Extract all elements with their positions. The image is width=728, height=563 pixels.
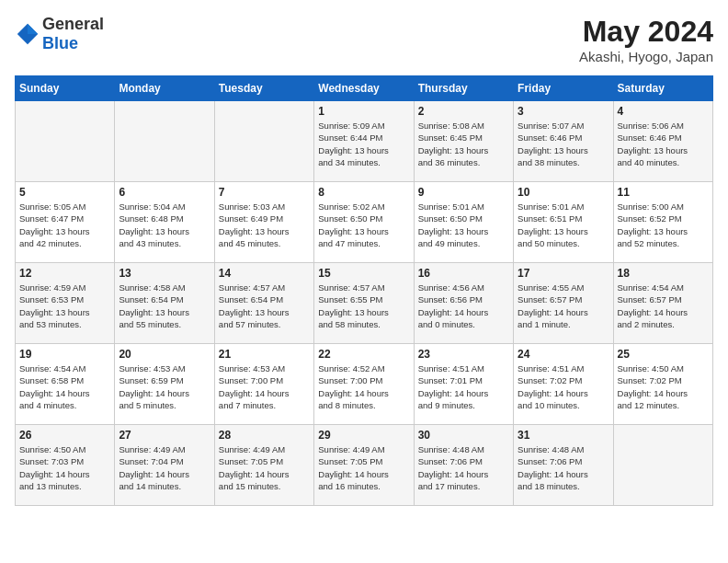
- day-number: 26: [19, 429, 110, 442]
- day-info: Sunrise: 4:51 AM Sunset: 7:01 PM Dayligh…: [418, 362, 509, 411]
- day-info: Sunrise: 5:09 AM Sunset: 6:44 PM Dayligh…: [318, 120, 409, 168]
- calendar-day-cell: 28Sunrise: 4:49 AM Sunset: 7:05 PM Dayli…: [214, 425, 313, 506]
- calendar-day-cell: 9Sunrise: 5:01 AM Sunset: 6:50 PM Daylig…: [414, 182, 513, 263]
- calendar-day-cell: 17Sunrise: 4:55 AM Sunset: 6:57 PM Dayli…: [514, 263, 613, 344]
- calendar-day-cell: 27Sunrise: 4:49 AM Sunset: 7:04 PM Dayli…: [115, 425, 214, 506]
- day-info: Sunrise: 5:02 AM Sunset: 6:50 PM Dayligh…: [318, 201, 409, 249]
- calendar-body: 1Sunrise: 5:09 AM Sunset: 6:44 PM Daylig…: [16, 101, 713, 506]
- calendar-day-cell: 21Sunrise: 4:53 AM Sunset: 7:00 PM Dayli…: [214, 344, 313, 425]
- day-number: 25: [618, 348, 709, 361]
- weekday-header-sunday: Sunday: [16, 76, 115, 101]
- calendar-week-row: 12Sunrise: 4:59 AM Sunset: 6:53 PM Dayli…: [16, 263, 713, 344]
- calendar-day-cell: 24Sunrise: 4:51 AM Sunset: 7:02 PM Dayli…: [514, 344, 613, 425]
- weekday-header-friday: Friday: [514, 76, 613, 101]
- calendar-day-cell: 4Sunrise: 5:06 AM Sunset: 6:46 PM Daylig…: [613, 101, 712, 182]
- day-info: Sunrise: 4:58 AM Sunset: 6:54 PM Dayligh…: [119, 282, 210, 330]
- day-number: 8: [318, 186, 409, 199]
- calendar-day-cell: 12Sunrise: 4:59 AM Sunset: 6:53 PM Dayli…: [16, 263, 115, 344]
- day-info: Sunrise: 4:52 AM Sunset: 7:00 PM Dayligh…: [318, 362, 409, 411]
- calendar-day-cell: 31Sunrise: 4:48 AM Sunset: 7:06 PM Dayli…: [514, 425, 613, 506]
- day-info: Sunrise: 4:49 AM Sunset: 7:04 PM Dayligh…: [119, 443, 210, 492]
- day-number: 13: [119, 267, 210, 280]
- location-title: Akashi, Hyogo, Japan: [579, 49, 713, 64]
- weekday-header-wednesday: Wednesday: [314, 76, 414, 101]
- calendar-day-cell: 14Sunrise: 4:57 AM Sunset: 6:54 PM Dayli…: [214, 263, 313, 344]
- calendar-day-cell: 11Sunrise: 5:00 AM Sunset: 6:52 PM Dayli…: [613, 182, 712, 263]
- day-info: Sunrise: 4:56 AM Sunset: 6:56 PM Dayligh…: [418, 282, 509, 330]
- calendar-day-cell: 13Sunrise: 4:58 AM Sunset: 6:54 PM Dayli…: [115, 263, 214, 344]
- calendar-day-cell: 19Sunrise: 4:54 AM Sunset: 6:58 PM Dayli…: [16, 344, 115, 425]
- day-number: 17: [518, 267, 609, 280]
- day-number: 2: [418, 105, 509, 118]
- calendar-day-cell: 22Sunrise: 4:52 AM Sunset: 7:00 PM Dayli…: [314, 344, 414, 425]
- day-number: 15: [318, 267, 409, 280]
- day-number: 20: [119, 348, 210, 361]
- calendar-day-cell: 30Sunrise: 4:48 AM Sunset: 7:06 PM Dayli…: [414, 425, 513, 506]
- day-info: Sunrise: 4:53 AM Sunset: 6:59 PM Dayligh…: [119, 362, 210, 411]
- calendar-day-cell: 20Sunrise: 4:53 AM Sunset: 6:59 PM Dayli…: [115, 344, 214, 425]
- day-number: 14: [219, 267, 310, 280]
- day-info: Sunrise: 5:07 AM Sunset: 6:46 PM Dayligh…: [518, 120, 609, 168]
- logo-general: General: [42, 15, 104, 33]
- logo-blue: Blue: [42, 34, 78, 52]
- calendar-day-cell: 3Sunrise: 5:07 AM Sunset: 6:46 PM Daylig…: [514, 101, 613, 182]
- calendar-day-cell: 7Sunrise: 5:03 AM Sunset: 6:49 PM Daylig…: [214, 182, 313, 263]
- day-number: 21: [219, 348, 310, 361]
- day-info: Sunrise: 4:49 AM Sunset: 7:05 PM Dayligh…: [318, 443, 409, 492]
- weekday-header-monday: Monday: [115, 76, 214, 101]
- month-title: May 2024: [579, 15, 713, 49]
- day-number: 29: [318, 429, 409, 442]
- calendar-day-cell: 16Sunrise: 4:56 AM Sunset: 6:56 PM Dayli…: [414, 263, 513, 344]
- day-number: 10: [518, 186, 609, 199]
- day-number: 4: [618, 105, 709, 118]
- day-number: 3: [518, 105, 609, 118]
- day-info: Sunrise: 4:50 AM Sunset: 7:02 PM Dayligh…: [618, 362, 709, 411]
- day-info: Sunrise: 5:04 AM Sunset: 6:48 PM Dayligh…: [119, 201, 210, 249]
- calendar-day-cell: 29Sunrise: 4:49 AM Sunset: 7:05 PM Dayli…: [314, 425, 414, 506]
- day-info: Sunrise: 4:48 AM Sunset: 7:06 PM Dayligh…: [518, 443, 609, 492]
- calendar-day-cell: [613, 425, 712, 506]
- calendar-day-cell: 23Sunrise: 4:51 AM Sunset: 7:01 PM Dayli…: [414, 344, 513, 425]
- day-info: Sunrise: 4:49 AM Sunset: 7:05 PM Dayligh…: [219, 443, 310, 492]
- day-info: Sunrise: 5:05 AM Sunset: 6:47 PM Dayligh…: [19, 201, 110, 249]
- weekday-header-row: SundayMondayTuesdayWednesdayThursdayFrid…: [16, 76, 713, 101]
- day-info: Sunrise: 4:53 AM Sunset: 7:00 PM Dayligh…: [219, 362, 310, 411]
- day-info: Sunrise: 4:59 AM Sunset: 6:53 PM Dayligh…: [19, 282, 110, 330]
- day-number: 19: [19, 348, 110, 361]
- day-info: Sunrise: 5:00 AM Sunset: 6:52 PM Dayligh…: [618, 201, 709, 249]
- day-info: Sunrise: 4:54 AM Sunset: 6:57 PM Dayligh…: [618, 282, 709, 330]
- day-number: 27: [119, 429, 210, 442]
- calendar-day-cell: 1Sunrise: 5:09 AM Sunset: 6:44 PM Daylig…: [314, 101, 414, 182]
- page-header: General Blue May 2024 Akashi, Hyogo, Jap…: [15, 15, 713, 64]
- day-info: Sunrise: 4:55 AM Sunset: 6:57 PM Dayligh…: [518, 282, 609, 330]
- day-number: 31: [518, 429, 609, 442]
- day-info: Sunrise: 4:48 AM Sunset: 7:06 PM Dayligh…: [418, 443, 509, 492]
- day-number: 12: [19, 267, 110, 280]
- day-number: 16: [418, 267, 509, 280]
- svg-marker-1: [28, 24, 38, 34]
- day-info: Sunrise: 5:08 AM Sunset: 6:45 PM Dayligh…: [418, 120, 509, 168]
- day-info: Sunrise: 4:57 AM Sunset: 6:55 PM Dayligh…: [318, 282, 409, 330]
- calendar-day-cell: 8Sunrise: 5:02 AM Sunset: 6:50 PM Daylig…: [314, 182, 414, 263]
- calendar-day-cell: 25Sunrise: 4:50 AM Sunset: 7:02 PM Dayli…: [613, 344, 712, 425]
- day-info: Sunrise: 5:01 AM Sunset: 6:50 PM Dayligh…: [418, 201, 509, 249]
- calendar-day-cell: [214, 101, 313, 182]
- day-info: Sunrise: 4:50 AM Sunset: 7:03 PM Dayligh…: [19, 443, 110, 492]
- calendar-day-cell: 18Sunrise: 4:54 AM Sunset: 6:57 PM Dayli…: [613, 263, 712, 344]
- calendar-day-cell: 5Sunrise: 5:05 AM Sunset: 6:47 PM Daylig…: [16, 182, 115, 263]
- calendar-day-cell: [16, 101, 115, 182]
- day-info: Sunrise: 4:57 AM Sunset: 6:54 PM Dayligh…: [219, 282, 310, 330]
- logo: General Blue: [15, 15, 104, 53]
- day-number: 9: [418, 186, 509, 199]
- calendar-week-row: 19Sunrise: 4:54 AM Sunset: 6:58 PM Dayli…: [16, 344, 713, 425]
- calendar-week-row: 26Sunrise: 4:50 AM Sunset: 7:03 PM Dayli…: [16, 425, 713, 506]
- day-info: Sunrise: 5:01 AM Sunset: 6:51 PM Dayligh…: [518, 201, 609, 249]
- calendar-day-cell: [115, 101, 214, 182]
- calendar-day-cell: 6Sunrise: 5:04 AM Sunset: 6:48 PM Daylig…: [115, 182, 214, 263]
- day-info: Sunrise: 5:03 AM Sunset: 6:49 PM Dayligh…: [219, 201, 310, 249]
- day-number: 30: [418, 429, 509, 442]
- calendar-table: SundayMondayTuesdayWednesdayThursdayFrid…: [15, 75, 713, 506]
- day-info: Sunrise: 4:54 AM Sunset: 6:58 PM Dayligh…: [19, 362, 110, 411]
- logo-icon: [15, 21, 40, 47]
- title-block: May 2024 Akashi, Hyogo, Japan: [579, 15, 713, 64]
